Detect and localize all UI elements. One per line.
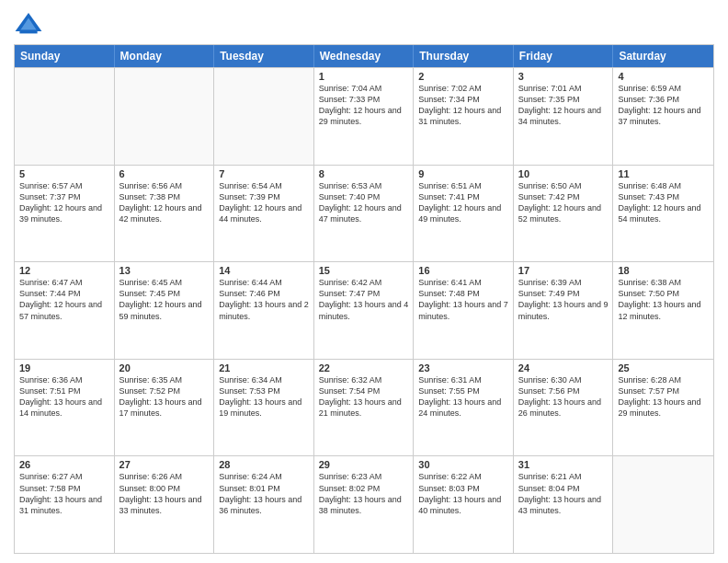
- day-info: Sunrise: 6:59 AM Sunset: 7:36 PM Dayligh…: [618, 83, 709, 128]
- day-info: Sunrise: 6:31 AM Sunset: 7:55 PM Dayligh…: [418, 374, 508, 419]
- day-info: Sunrise: 6:38 AM Sunset: 7:50 PM Dayligh…: [618, 277, 709, 322]
- day-number: 8: [319, 168, 409, 179]
- logo-icon: [14, 9, 43, 39]
- day-number: 5: [19, 168, 109, 179]
- day-of-week-header: Friday: [514, 45, 614, 67]
- day-info: Sunrise: 6:24 AM Sunset: 8:01 PM Dayligh…: [219, 471, 309, 516]
- day-number: 27: [119, 459, 210, 470]
- day-cell: 2Sunrise: 7:02 AM Sunset: 7:34 PM Daylig…: [414, 68, 514, 165]
- day-number: 7: [219, 168, 309, 179]
- calendar: SundayMondayTuesdayWednesdayThursdayFrid…: [14, 44, 714, 554]
- day-number: 9: [418, 168, 508, 179]
- day-info: Sunrise: 6:36 AM Sunset: 7:51 PM Dayligh…: [19, 374, 109, 419]
- day-info: Sunrise: 6:39 AM Sunset: 7:49 PM Dayligh…: [518, 277, 609, 322]
- day-number: 21: [219, 362, 309, 373]
- day-of-week-header: Monday: [115, 45, 215, 67]
- day-of-week-header: Saturday: [613, 45, 713, 67]
- day-number: 26: [19, 459, 109, 470]
- day-cell: 19Sunrise: 6:36 AM Sunset: 7:51 PM Dayli…: [15, 360, 115, 456]
- day-cell: 25Sunrise: 6:28 AM Sunset: 7:57 PM Dayli…: [613, 360, 713, 456]
- empty-cell: [115, 68, 215, 165]
- calendar-week-row: 26Sunrise: 6:27 AM Sunset: 7:58 PM Dayli…: [15, 455, 713, 553]
- day-info: Sunrise: 6:22 AM Sunset: 8:03 PM Dayligh…: [418, 471, 508, 516]
- empty-cell: [214, 68, 314, 165]
- day-number: 18: [618, 265, 709, 276]
- day-info: Sunrise: 6:23 AM Sunset: 8:02 PM Dayligh…: [319, 471, 409, 516]
- day-cell: 16Sunrise: 6:41 AM Sunset: 7:48 PM Dayli…: [414, 262, 514, 359]
- day-cell: 5Sunrise: 6:57 AM Sunset: 7:37 PM Daylig…: [15, 166, 115, 262]
- day-cell: 21Sunrise: 6:34 AM Sunset: 7:53 PM Dayli…: [214, 360, 314, 456]
- day-of-week-header: Thursday: [414, 45, 514, 67]
- day-number: 30: [418, 459, 508, 470]
- logo: [14, 9, 47, 39]
- day-info: Sunrise: 6:35 AM Sunset: 7:52 PM Dayligh…: [119, 374, 210, 419]
- day-number: 15: [319, 265, 409, 276]
- day-info: Sunrise: 7:02 AM Sunset: 7:34 PM Dayligh…: [418, 83, 508, 128]
- day-cell: 14Sunrise: 6:44 AM Sunset: 7:46 PM Dayli…: [214, 262, 314, 359]
- day-number: 22: [319, 362, 409, 373]
- calendar-body: 1Sunrise: 7:04 AM Sunset: 7:33 PM Daylig…: [15, 67, 713, 553]
- day-cell: 4Sunrise: 6:59 AM Sunset: 7:36 PM Daylig…: [613, 68, 713, 165]
- day-cell: 31Sunrise: 6:21 AM Sunset: 8:04 PM Dayli…: [514, 456, 614, 553]
- day-of-week-header: Wednesday: [314, 45, 415, 67]
- day-info: Sunrise: 6:45 AM Sunset: 7:45 PM Dayligh…: [119, 277, 210, 322]
- day-cell: 15Sunrise: 6:42 AM Sunset: 7:47 PM Dayli…: [314, 262, 415, 359]
- day-number: 4: [618, 71, 709, 82]
- day-number: 29: [319, 459, 409, 470]
- day-cell: 10Sunrise: 6:50 AM Sunset: 7:42 PM Dayli…: [514, 166, 614, 262]
- day-number: 13: [119, 265, 210, 276]
- calendar-week-row: 5Sunrise: 6:57 AM Sunset: 7:37 PM Daylig…: [15, 165, 713, 262]
- day-cell: 1Sunrise: 7:04 AM Sunset: 7:33 PM Daylig…: [314, 68, 415, 165]
- day-number: 2: [418, 71, 508, 82]
- day-cell: 6Sunrise: 6:56 AM Sunset: 7:38 PM Daylig…: [115, 166, 215, 262]
- day-info: Sunrise: 6:28 AM Sunset: 7:57 PM Dayligh…: [618, 374, 709, 419]
- day-number: 17: [518, 265, 609, 276]
- day-cell: 8Sunrise: 6:53 AM Sunset: 7:40 PM Daylig…: [314, 166, 415, 262]
- day-number: 12: [19, 265, 109, 276]
- day-info: Sunrise: 6:56 AM Sunset: 7:38 PM Dayligh…: [119, 180, 210, 225]
- day-info: Sunrise: 6:51 AM Sunset: 7:41 PM Dayligh…: [418, 180, 508, 225]
- header: [14, 9, 714, 39]
- day-info: Sunrise: 6:44 AM Sunset: 7:46 PM Dayligh…: [219, 277, 309, 322]
- day-info: Sunrise: 6:26 AM Sunset: 8:00 PM Dayligh…: [119, 471, 210, 516]
- day-cell: 17Sunrise: 6:39 AM Sunset: 7:49 PM Dayli…: [514, 262, 614, 359]
- day-number: 23: [418, 362, 508, 373]
- day-info: Sunrise: 6:30 AM Sunset: 7:56 PM Dayligh…: [518, 374, 609, 419]
- day-cell: 29Sunrise: 6:23 AM Sunset: 8:02 PM Dayli…: [314, 456, 415, 553]
- day-info: Sunrise: 6:34 AM Sunset: 7:53 PM Dayligh…: [219, 374, 309, 419]
- day-cell: 27Sunrise: 6:26 AM Sunset: 8:00 PM Dayli…: [115, 456, 215, 553]
- day-number: 6: [119, 168, 210, 179]
- empty-cell: [15, 68, 115, 165]
- day-cell: 18Sunrise: 6:38 AM Sunset: 7:50 PM Dayli…: [613, 262, 713, 359]
- day-info: Sunrise: 6:54 AM Sunset: 7:39 PM Dayligh…: [219, 180, 309, 225]
- day-cell: 28Sunrise: 6:24 AM Sunset: 8:01 PM Dayli…: [214, 456, 314, 553]
- day-number: 28: [219, 459, 309, 470]
- day-cell: 26Sunrise: 6:27 AM Sunset: 7:58 PM Dayli…: [15, 456, 115, 553]
- day-cell: 3Sunrise: 7:01 AM Sunset: 7:35 PM Daylig…: [514, 68, 614, 165]
- day-number: 3: [518, 71, 609, 82]
- day-info: Sunrise: 7:04 AM Sunset: 7:33 PM Dayligh…: [319, 83, 409, 128]
- day-of-week-header: Sunday: [15, 45, 115, 67]
- day-info: Sunrise: 6:53 AM Sunset: 7:40 PM Dayligh…: [319, 180, 409, 225]
- day-cell: 9Sunrise: 6:51 AM Sunset: 7:41 PM Daylig…: [414, 166, 514, 262]
- day-cell: 30Sunrise: 6:22 AM Sunset: 8:03 PM Dayli…: [414, 456, 514, 553]
- day-number: 19: [19, 362, 109, 373]
- day-info: Sunrise: 7:01 AM Sunset: 7:35 PM Dayligh…: [518, 83, 609, 128]
- day-number: 31: [518, 459, 609, 470]
- day-info: Sunrise: 6:41 AM Sunset: 7:48 PM Dayligh…: [418, 277, 508, 322]
- day-info: Sunrise: 6:42 AM Sunset: 7:47 PM Dayligh…: [319, 277, 409, 322]
- calendar-week-row: 19Sunrise: 6:36 AM Sunset: 7:51 PM Dayli…: [15, 359, 713, 456]
- day-info: Sunrise: 6:57 AM Sunset: 7:37 PM Dayligh…: [19, 180, 109, 225]
- day-cell: 20Sunrise: 6:35 AM Sunset: 7:52 PM Dayli…: [115, 360, 215, 456]
- day-number: 11: [618, 168, 709, 179]
- empty-cell: [613, 456, 713, 553]
- day-number: 14: [219, 265, 309, 276]
- day-cell: 12Sunrise: 6:47 AM Sunset: 7:44 PM Dayli…: [15, 262, 115, 359]
- day-info: Sunrise: 6:21 AM Sunset: 8:04 PM Dayligh…: [518, 471, 609, 516]
- day-of-week-header: Tuesday: [214, 45, 314, 67]
- day-number: 1: [319, 71, 409, 82]
- day-info: Sunrise: 6:48 AM Sunset: 7:43 PM Dayligh…: [618, 180, 709, 225]
- day-number: 20: [119, 362, 210, 373]
- day-info: Sunrise: 6:47 AM Sunset: 7:44 PM Dayligh…: [19, 277, 109, 322]
- calendar-week-row: 1Sunrise: 7:04 AM Sunset: 7:33 PM Daylig…: [15, 67, 713, 165]
